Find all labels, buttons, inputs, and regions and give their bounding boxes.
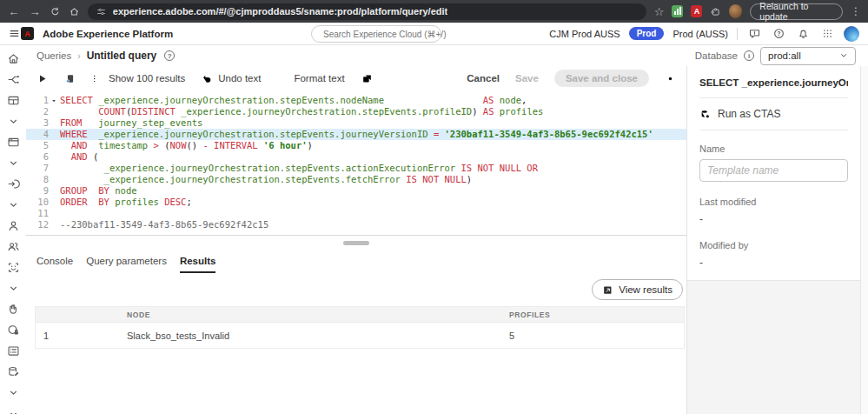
- collections-icon: [7, 94, 20, 107]
- template-name-input[interactable]: [699, 159, 848, 182]
- copy-results-icon[interactable]: [64, 73, 76, 84]
- adobe-logo[interactable]: A: [21, 27, 34, 40]
- tab-results[interactable]: Results: [180, 256, 216, 273]
- search-input[interactable]: Search Experience Cloud (⌘+/): [311, 25, 441, 43]
- breadcrumb-queries[interactable]: Queries: [36, 50, 71, 61]
- code-line-5[interactable]: 5 AND timestamp > (NOW() - INTERVAL '6 h…: [26, 140, 686, 151]
- last-modified-value: -: [699, 213, 848, 225]
- tab-console[interactable]: Console: [36, 256, 73, 273]
- fold-caret[interactable]: [50, 97, 57, 104]
- nav-collections[interactable]: [3, 94, 23, 107]
- nav-monitoring[interactable]: [3, 344, 23, 357]
- database-select[interactable]: prod:all: [760, 47, 856, 65]
- hamburger-menu-icon[interactable]: [9, 28, 20, 39]
- sources-icon: [7, 177, 20, 190]
- code-line-10[interactable]: 10ORDER BY profiles DESC;: [26, 197, 686, 208]
- run-as-ctas-button[interactable]: Run as CTAS: [699, 98, 848, 130]
- nav-chevron-down-3[interactable]: [3, 115, 23, 128]
- code-line-2[interactable]: 2 COUNT(DISTINCT _experience.journeyOrch…: [26, 106, 686, 117]
- name-label: Name: [699, 144, 848, 154]
- help-button[interactable]: ?: [771, 26, 786, 42]
- code-line-8[interactable]: 8 _experience.journeyOrchestration.stepE…: [26, 174, 686, 185]
- show-results-button[interactable]: Show 100 results: [92, 73, 185, 84]
- more-icon: [7, 407, 20, 414]
- code-line-3[interactable]: 3FROM journey_step_events: [26, 117, 686, 129]
- list-icon: [92, 73, 103, 84]
- queries-icon: [7, 365, 20, 378]
- nav-webpage[interactable]: [3, 136, 23, 149]
- address-bar[interactable]: experience.adobe.com/#/@cjmproddaus5/sna…: [88, 3, 646, 20]
- nav-identities[interactable]: [3, 261, 23, 274]
- sql-editor[interactable]: 1SELECT _experience.journeyOrchestration…: [26, 90, 686, 235]
- nav-queries[interactable]: [3, 365, 23, 378]
- notifications-button[interactable]: [795, 26, 811, 42]
- modified-by-value: -: [699, 257, 848, 269]
- environment-name[interactable]: Prod (AUSS): [673, 29, 728, 39]
- reload-icon[interactable]: [50, 6, 61, 17]
- relaunch-button[interactable]: Relaunch to update: [750, 3, 843, 20]
- extension-analytics-icon[interactable]: [672, 5, 683, 17]
- line-number: 1: [26, 95, 49, 106]
- table-row[interactable]: 1Slack_bso_tests_Invalid5: [36, 322, 684, 348]
- org-name[interactable]: CJM Prod AUSS: [549, 29, 620, 39]
- code-line-1[interactable]: 1SELECT _experience.journeyOrchestration…: [26, 95, 686, 106]
- nav-workflows[interactable]: [3, 73, 23, 86]
- database-label: Database: [695, 50, 738, 61]
- nav-offers[interactable]: [3, 303, 23, 316]
- code-text: ORDER BY profiles DESC;: [49, 197, 192, 208]
- feedback-button[interactable]: [746, 26, 762, 42]
- browser-home-icon[interactable]: [69, 6, 80, 17]
- pop-out-icon[interactable]: [361, 73, 373, 84]
- nav-chevron-down-16[interactable]: [3, 386, 23, 399]
- tab-query-parameters[interactable]: Query parameters: [86, 256, 167, 273]
- code-text: COUNT(DISTINCT _experience.journeyOrches…: [49, 106, 543, 117]
- database-value: prod:all: [768, 50, 801, 61]
- cancel-button[interactable]: Cancel: [467, 73, 500, 83]
- code-line-12[interactable]: 12--230baf11-3549-4af3-8b65-9ec692f42c15: [26, 219, 686, 230]
- chevron-down-icon: [7, 198, 20, 211]
- help-icon: ?: [772, 27, 785, 40]
- format-text-button[interactable]: Format text: [277, 73, 344, 84]
- database-info-icon[interactable]: i: [744, 50, 754, 61]
- undo-text-button[interactable]: Undo text: [202, 73, 261, 84]
- nav-profiles[interactable]: [3, 219, 23, 232]
- url-text: experience.adobe.com/#/@cjmproddaus5/sna…: [113, 6, 447, 17]
- extensions-puzzle-icon[interactable]: [710, 6, 721, 17]
- user-avatar[interactable]: [844, 26, 859, 42]
- code-line-4[interactable]: 4WHERE _experience.journeyOrchestration.…: [26, 129, 686, 140]
- bookmark-star-icon[interactable]: ☆: [654, 5, 665, 18]
- run-query-button[interactable]: [36, 73, 48, 84]
- back-icon[interactable]: ←: [7, 6, 20, 17]
- code-line-11[interactable]: 11: [26, 208, 686, 219]
- save-button[interactable]: Save: [515, 73, 539, 83]
- code-line-6[interactable]: 6 AND (: [26, 151, 686, 163]
- view-results-button[interactable]: View results: [592, 279, 683, 300]
- save-and-close-button[interactable]: Save and close: [554, 70, 649, 87]
- code-text: [49, 208, 60, 219]
- nav-chevron-down-11[interactable]: [3, 282, 23, 295]
- last-modified-label: Last modified: [699, 197, 848, 207]
- nav-privacy[interactable]: [3, 324, 23, 337]
- code-line-9[interactable]: 9GROUP BY node: [26, 185, 686, 197]
- audiences-icon: [7, 240, 20, 253]
- browser-profile-avatar[interactable]: [729, 4, 742, 18]
- browser-menu-icon[interactable]: ⋮: [851, 5, 861, 17]
- settings-gear-icon[interactable]: [665, 73, 676, 84]
- forward-icon[interactable]: →: [28, 6, 41, 17]
- extension-adobe-icon[interactable]: A: [691, 5, 702, 17]
- resize-handle[interactable]: [343, 241, 369, 245]
- code-line-7[interactable]: 7 _experience.journeyOrchestration.stepE…: [26, 163, 686, 174]
- query-info-icon[interactable]: ?: [164, 50, 175, 61]
- chevron-down-icon: [7, 282, 20, 295]
- nav-audiences[interactable]: [3, 240, 23, 253]
- nav-chevron-down-5[interactable]: [3, 157, 23, 170]
- nav-chevron-down-7[interactable]: [3, 198, 23, 211]
- nav-sources[interactable]: [3, 177, 23, 190]
- nav-home[interactable]: [3, 52, 23, 65]
- site-settings-icon: [96, 6, 107, 17]
- nav-more-17[interactable]: [3, 407, 23, 414]
- page-scrollbar[interactable]: [860, 66, 868, 414]
- app-switcher-button[interactable]: [819, 26, 835, 42]
- code-text: AND (: [49, 151, 98, 163]
- line-number: 5: [26, 140, 49, 151]
